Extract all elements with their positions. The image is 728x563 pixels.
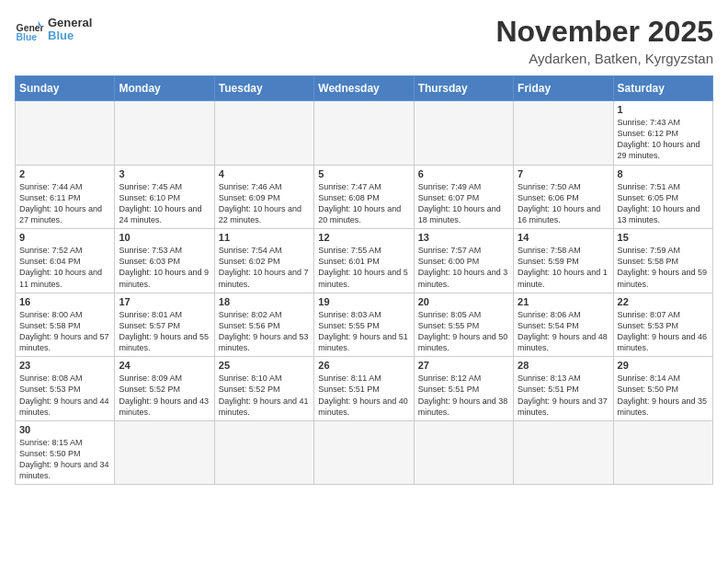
- calendar-week-1: 1Sunrise: 7:43 AM Sunset: 6:12 PM Daylig…: [16, 101, 713, 166]
- day-number: 8: [618, 168, 709, 179]
- day-info: Sunrise: 7:53 AM Sunset: 6:03 PM Dayligh…: [119, 245, 210, 290]
- day-number: 20: [418, 296, 509, 307]
- day-info: Sunrise: 7:51 AM Sunset: 6:05 PM Dayligh…: [618, 181, 709, 226]
- day-number: 21: [518, 296, 609, 307]
- weekday-header-friday: Friday: [514, 76, 613, 101]
- day-number: 6: [418, 168, 509, 179]
- weekday-header-tuesday: Tuesday: [214, 76, 313, 101]
- calendar-cell: [115, 101, 214, 166]
- calendar-cell: [214, 420, 313, 485]
- calendar-cell: 8Sunrise: 7:51 AM Sunset: 6:05 PM Daylig…: [613, 165, 712, 229]
- day-info: Sunrise: 7:57 AM Sunset: 6:00 PM Dayligh…: [418, 245, 509, 290]
- month-title: November 2025: [495, 15, 713, 49]
- day-info: Sunrise: 8:08 AM Sunset: 5:53 PM Dayligh…: [19, 373, 110, 418]
- calendar-cell: 25Sunrise: 8:10 AM Sunset: 5:52 PM Dayli…: [214, 357, 313, 421]
- day-number: 30: [19, 424, 110, 435]
- calendar-cell: 27Sunrise: 8:12 AM Sunset: 5:51 PM Dayli…: [414, 357, 513, 421]
- day-info: Sunrise: 8:03 AM Sunset: 5:55 PM Dayligh…: [318, 309, 409, 354]
- day-info: Sunrise: 7:46 AM Sunset: 6:09 PM Dayligh…: [219, 181, 310, 226]
- calendar-cell: 17Sunrise: 8:01 AM Sunset: 5:57 PM Dayli…: [115, 293, 214, 357]
- page-header: General Blue General Blue November 2025 …: [15, 15, 713, 66]
- calendar-cell: [214, 101, 313, 166]
- day-info: Sunrise: 8:02 AM Sunset: 5:56 PM Dayligh…: [219, 309, 310, 354]
- day-number: 23: [19, 360, 110, 371]
- weekday-header-sunday: Sunday: [16, 76, 115, 101]
- calendar-cell: 13Sunrise: 7:57 AM Sunset: 6:00 PM Dayli…: [414, 229, 513, 293]
- calendar-cell: 12Sunrise: 7:55 AM Sunset: 6:01 PM Dayli…: [314, 229, 414, 293]
- logo-general-text: General: [48, 17, 92, 29]
- calendar-cell: 23Sunrise: 8:08 AM Sunset: 5:53 PM Dayli…: [16, 357, 115, 421]
- day-info: Sunrise: 8:14 AM Sunset: 5:50 PM Dayligh…: [618, 373, 709, 418]
- calendar-cell: [414, 101, 513, 166]
- calendar-cell: 21Sunrise: 8:06 AM Sunset: 5:54 PM Dayli…: [514, 293, 613, 357]
- calendar-cell: 4Sunrise: 7:46 AM Sunset: 6:09 PM Daylig…: [214, 165, 313, 229]
- title-block: November 2025 Aydarken, Batken, Kyrgyzst…: [495, 15, 713, 66]
- svg-text:Blue: Blue: [17, 32, 38, 42]
- day-number: 24: [119, 360, 210, 371]
- calendar-cell: [16, 101, 115, 166]
- calendar-cell: 20Sunrise: 8:05 AM Sunset: 5:55 PM Dayli…: [414, 293, 513, 357]
- calendar-cell: 28Sunrise: 8:13 AM Sunset: 5:51 PM Dayli…: [514, 357, 613, 421]
- calendar-week-5: 23Sunrise: 8:08 AM Sunset: 5:53 PM Dayli…: [16, 357, 713, 421]
- day-info: Sunrise: 8:01 AM Sunset: 5:57 PM Dayligh…: [119, 309, 210, 354]
- location-title: Aydarken, Batken, Kyrgyzstan: [495, 51, 713, 66]
- day-info: Sunrise: 7:44 AM Sunset: 6:11 PM Dayligh…: [19, 181, 110, 226]
- day-number: 9: [19, 232, 110, 243]
- weekday-header-row: SundayMondayTuesdayWednesdayThursdayFrid…: [16, 76, 713, 101]
- day-number: 5: [318, 168, 409, 179]
- day-number: 12: [318, 232, 409, 243]
- calendar-cell: 24Sunrise: 8:09 AM Sunset: 5:52 PM Dayli…: [115, 357, 214, 421]
- weekday-header-thursday: Thursday: [414, 76, 513, 101]
- calendar-cell: [514, 420, 613, 485]
- day-number: 4: [219, 168, 310, 179]
- day-number: 27: [418, 360, 509, 371]
- calendar-cell: 3Sunrise: 7:45 AM Sunset: 6:10 PM Daylig…: [115, 165, 214, 229]
- calendar-cell: 2Sunrise: 7:44 AM Sunset: 6:11 PM Daylig…: [16, 165, 115, 229]
- day-number: 3: [119, 168, 210, 179]
- day-number: 1: [618, 104, 709, 115]
- calendar-cell: [414, 420, 513, 485]
- day-number: 28: [518, 360, 609, 371]
- day-info: Sunrise: 7:54 AM Sunset: 6:02 PM Dayligh…: [219, 245, 310, 290]
- calendar-week-3: 9Sunrise: 7:52 AM Sunset: 6:04 PM Daylig…: [16, 229, 713, 293]
- calendar-cell: [115, 420, 214, 485]
- calendar-cell: 14Sunrise: 7:58 AM Sunset: 5:59 PM Dayli…: [514, 229, 613, 293]
- day-number: 26: [318, 360, 409, 371]
- day-info: Sunrise: 7:47 AM Sunset: 6:08 PM Dayligh…: [318, 181, 409, 226]
- weekday-header-monday: Monday: [115, 76, 214, 101]
- day-number: 7: [518, 168, 609, 179]
- day-info: Sunrise: 7:55 AM Sunset: 6:01 PM Dayligh…: [318, 245, 409, 290]
- day-info: Sunrise: 8:07 AM Sunset: 5:53 PM Dayligh…: [618, 309, 709, 354]
- calendar-cell: 1Sunrise: 7:43 AM Sunset: 6:12 PM Daylig…: [613, 101, 712, 166]
- calendar-cell: [314, 420, 414, 485]
- calendar-cell: 11Sunrise: 7:54 AM Sunset: 6:02 PM Dayli…: [214, 229, 313, 293]
- weekday-header-saturday: Saturday: [613, 76, 712, 101]
- calendar-cell: [314, 101, 414, 166]
- calendar-cell: 15Sunrise: 7:59 AM Sunset: 5:58 PM Dayli…: [613, 229, 712, 293]
- day-number: 25: [219, 360, 310, 371]
- calendar-cell: 30Sunrise: 8:15 AM Sunset: 5:50 PM Dayli…: [16, 420, 115, 485]
- calendar-cell: 19Sunrise: 8:03 AM Sunset: 5:55 PM Dayli…: [314, 293, 414, 357]
- day-info: Sunrise: 7:45 AM Sunset: 6:10 PM Dayligh…: [119, 181, 210, 226]
- day-info: Sunrise: 7:49 AM Sunset: 6:07 PM Dayligh…: [418, 181, 509, 226]
- day-info: Sunrise: 8:06 AM Sunset: 5:54 PM Dayligh…: [518, 309, 609, 354]
- calendar-cell: 18Sunrise: 8:02 AM Sunset: 5:56 PM Dayli…: [214, 293, 313, 357]
- logo-blue-text: Blue: [48, 29, 92, 42]
- day-info: Sunrise: 7:43 AM Sunset: 6:12 PM Dayligh…: [618, 117, 709, 162]
- day-info: Sunrise: 8:15 AM Sunset: 5:50 PM Dayligh…: [19, 437, 110, 482]
- day-info: Sunrise: 8:00 AM Sunset: 5:58 PM Dayligh…: [19, 309, 110, 354]
- day-number: 2: [19, 168, 110, 179]
- calendar-cell: [613, 420, 712, 485]
- calendar-cell: 10Sunrise: 7:53 AM Sunset: 6:03 PM Dayli…: [115, 229, 214, 293]
- calendar-cell: 5Sunrise: 7:47 AM Sunset: 6:08 PM Daylig…: [314, 165, 414, 229]
- calendar-cell: 7Sunrise: 7:50 AM Sunset: 6:06 PM Daylig…: [514, 165, 613, 229]
- calendar-week-4: 16Sunrise: 8:00 AM Sunset: 5:58 PM Dayli…: [16, 293, 713, 357]
- day-info: Sunrise: 7:59 AM Sunset: 5:58 PM Dayligh…: [618, 245, 709, 290]
- calendar-cell: 16Sunrise: 8:00 AM Sunset: 5:58 PM Dayli…: [16, 293, 115, 357]
- day-number: 17: [119, 296, 210, 307]
- day-number: 29: [618, 360, 709, 371]
- weekday-header-wednesday: Wednesday: [314, 76, 414, 101]
- calendar-cell: 29Sunrise: 8:14 AM Sunset: 5:50 PM Dayli…: [613, 357, 712, 421]
- day-info: Sunrise: 7:52 AM Sunset: 6:04 PM Dayligh…: [19, 245, 110, 290]
- logo: General Blue General Blue: [15, 15, 92, 44]
